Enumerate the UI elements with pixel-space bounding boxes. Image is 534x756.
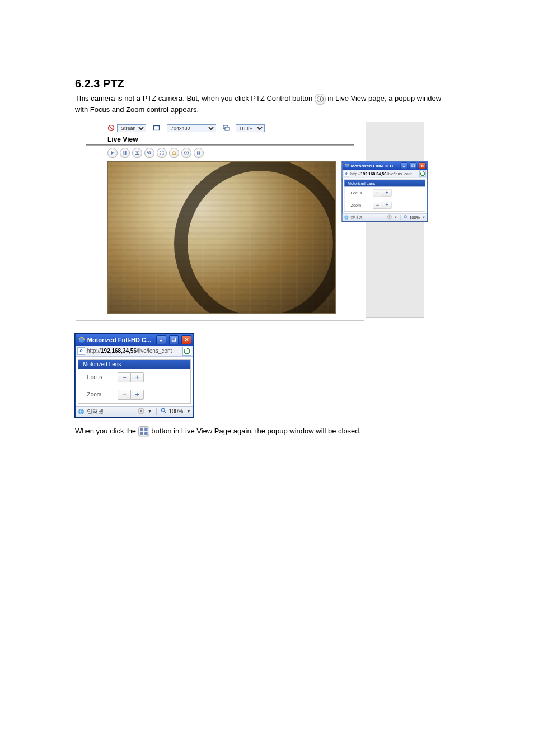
focus-row: Focus − + [78,369,190,386]
alarm-button[interactable] [169,148,179,158]
live-view-button-row [76,146,364,160]
play-button[interactable] [107,148,118,158]
internet-zone-icon [344,215,349,220]
focus-label: Focus [84,374,112,380]
zoom-level[interactable]: 100% [169,408,184,414]
live-view-video [107,161,336,314]
focus-plus[interactable]: + [382,189,391,197]
status-text: 인터넷 [350,214,363,220]
svg-point-37 [161,409,165,412]
caret-icon: ▼ [186,409,191,414]
page-favicon: e [344,171,349,176]
status-bar: 인터넷 ▼ 100%▼ [76,406,193,417]
caret-icon: ▼ [394,216,397,219]
svg-rect-18 [199,153,200,154]
nav-stop-icon [107,124,115,132]
svg-point-27 [404,215,406,217]
window-maximize-button[interactable] [169,335,179,344]
motorized-lens-window-large: Motorized Full-HD C... e http://192,168,… [75,334,194,417]
fullscreen-button[interactable] [157,148,167,158]
close-note-before: When you click the [75,427,138,435]
window-title: Motorized Full-HD C... [87,337,151,343]
ie-logo-icon [78,337,85,343]
svg-rect-21 [412,165,414,167]
refresh-button[interactable] [419,170,426,177]
url-host: 192,168,34,56 [101,348,137,354]
svg-line-38 [164,412,166,413]
window-close-button[interactable] [419,162,426,169]
panel-header: Motorized Lens [78,360,190,369]
motorized-lens-window: Motorized Full-HD C... e http://192,168,… [342,161,428,221]
protected-mode-icon [387,214,392,220]
focus-row: Focus − + [344,186,425,199]
protocol-icon [223,124,230,132]
ptz-intro-before: This camera is not a PTZ camera. But, wh… [75,94,315,102]
address-url: http://192,168,34,56/live/lens_cont [350,171,418,176]
url-path: /live/lens_cont [137,348,172,354]
svg-rect-7 [125,151,127,155]
zoom-row: Zoom − + [344,199,425,211]
ptz-intro: This camera is not a PTZ camera. But, wh… [75,94,444,115]
svg-rect-39 [140,428,143,431]
ptz-button[interactable] [181,148,191,158]
pause-button[interactable] [120,148,130,158]
window-titlebar[interactable]: Motorized Full-HD C... [76,334,193,346]
panel-header: Motorized Lens [344,180,425,186]
window-maximize-button[interactable] [410,162,417,169]
url-prefix: http:// [87,348,101,354]
zoom-level[interactable]: 100% [410,215,420,220]
popup-window-small: Motorized Full-HD C... e http://192,168,… [342,161,428,221]
refresh-button[interactable] [182,347,191,356]
ie-logo-icon [344,163,349,168]
zoom-plus[interactable]: + [130,390,144,400]
focus-label: Focus [349,190,369,195]
zoom-label: Zoom [84,391,112,398]
stream-select[interactable]: Stream 1 [117,124,146,132]
size-select[interactable]: 704x480 [167,124,216,132]
ptz-icon [315,94,326,105]
svg-rect-15 [197,151,198,152]
url-prefix: http:// [350,171,360,176]
svg-rect-31 [172,338,176,342]
window-minimize-button[interactable] [156,335,166,344]
zoom-minus[interactable]: − [118,390,130,400]
section-heading-ptz: 6.2.3 PTZ [75,77,495,90]
svg-point-36 [140,410,142,412]
snapshot-button[interactable] [132,148,142,158]
focus-minus[interactable]: − [118,372,130,382]
svg-point-9 [137,152,138,154]
zoom-in-button[interactable] [144,148,154,158]
protocol-select[interactable]: HTTP [236,124,265,132]
window-minimize-button[interactable] [400,162,407,169]
window-titlebar[interactable]: Motorized Full-HD C... [343,162,427,170]
page-favicon: e [77,347,85,355]
size-icon [153,124,160,132]
zoom-level-icon [161,408,167,415]
status-text: 인터넷 [87,408,104,416]
focus-minus[interactable]: − [373,189,382,197]
svg-line-28 [406,217,407,218]
caret-icon: ▼ [148,409,152,414]
svg-rect-16 [199,151,200,152]
status-bar: 인터넷 ▼ 100%▼ [343,213,427,221]
window-title: Motorized Full-HD C... [351,163,397,168]
panel-side-gutter: Motorized Full-HD C... e http://192,168,… [366,122,424,318]
svg-rect-3 [154,126,160,130]
live-view-toolbar: Stream 1 704x480 HTTP [76,122,364,133]
focus-plus[interactable]: + [130,372,144,382]
address-bar[interactable]: e http://192,168,34,56/live/lens_cont [76,346,193,357]
internet-zone-icon [78,408,85,415]
svg-rect-6 [124,151,125,155]
address-bar[interactable]: e http://192,168,34,56/live/lens_cont [343,170,427,178]
motor-lens-button[interactable] [194,148,204,158]
zoom-plus[interactable]: + [382,202,391,209]
svg-rect-41 [140,432,143,435]
url-host: 192,168,34,56 [360,171,386,176]
window-close-button[interactable] [181,335,191,344]
svg-line-11 [150,153,152,155]
zoom-row: Zoom − + [78,386,190,403]
svg-rect-42 [144,432,147,435]
live-view-title: Live View [76,133,364,144]
zoom-minus[interactable]: − [373,202,382,209]
live-view-panel: Stream 1 704x480 HTTP [76,122,364,321]
